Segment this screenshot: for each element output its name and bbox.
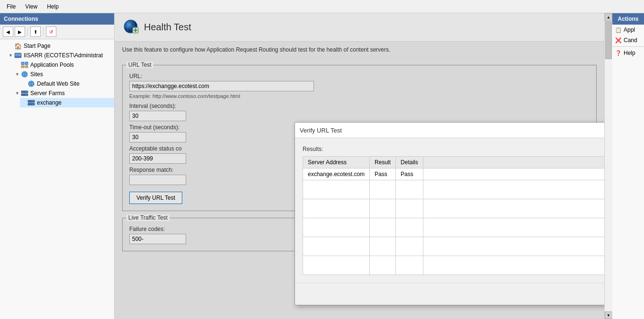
- cancel-icon: ❌: [615, 37, 622, 44]
- action-cancel[interactable]: ❌ Cand: [612, 35, 644, 45]
- col-details: Details: [396, 157, 423, 168]
- result-row: exchange.ecotest.com Pass Pass: [303, 168, 605, 180]
- svg-point-17: [26, 91, 27, 92]
- tree-item-default-web[interactable]: Default Web Site: [20, 79, 114, 89]
- sites-icon: [21, 71, 28, 78]
- expand-iisarr: ▼: [9, 53, 14, 58]
- exchange-label: exchange: [37, 99, 62, 106]
- tree-item-sites[interactable]: ▼ Sites: [13, 70, 114, 79]
- result-spacer: [423, 168, 604, 180]
- sites-label: Sites: [30, 71, 43, 78]
- start-page-label: Start Page: [24, 43, 51, 49]
- svg-point-22: [33, 104, 33, 104]
- action-cancel-label: Cand: [624, 37, 637, 44]
- empty-row: [303, 237, 605, 256]
- scroll-up-arrow[interactable]: ▲: [605, 13, 612, 21]
- empty-row: [303, 180, 605, 199]
- menubar: File View Help: [0, 0, 644, 13]
- svg-rect-16: [21, 94, 28, 96]
- modal-title: Verify URL Test: [300, 127, 342, 134]
- action-apply-label: Appl: [624, 27, 635, 33]
- modal-titlebar: Verify URL Test ? ✕: [295, 123, 604, 138]
- empty-row: [303, 256, 605, 275]
- actions-header: Actions: [612, 13, 644, 25]
- tree-item-app-pools[interactable]: Application Pools: [13, 60, 114, 70]
- forward-button[interactable]: ▶: [15, 27, 25, 37]
- svg-rect-5: [21, 62, 24, 65]
- tree-item-start-page[interactable]: 🏠 Start Page: [7, 41, 114, 51]
- menu-help[interactable]: Help: [43, 1, 63, 12]
- start-page-icon: 🏠: [14, 42, 22, 50]
- modal-body: Results: Server Address Result Details: [295, 138, 604, 283]
- tree-item-server-farms[interactable]: ▼ Server Farms: [13, 89, 114, 98]
- tree-item-exchange[interactable]: exchange: [20, 98, 114, 107]
- default-web-icon: [27, 80, 35, 88]
- result-result: Pass: [370, 168, 396, 180]
- actions-panel: Actions 📋 Appl ❌ Cand ❓ Help: [612, 13, 644, 319]
- scroll-track: [605, 21, 612, 311]
- action-help[interactable]: ❓ Help: [612, 48, 644, 58]
- svg-rect-7: [21, 66, 24, 68]
- svg-rect-15: [21, 91, 28, 93]
- svg-point-21: [33, 101, 33, 101]
- result-server: exchange.ecotest.com: [303, 168, 370, 180]
- app-pools-icon: [21, 61, 28, 69]
- vertical-scrollbar[interactable]: ▲ ▼: [604, 13, 612, 319]
- svg-rect-20: [28, 103, 35, 105]
- app-pools-label: Application Pools: [30, 62, 74, 68]
- apply-icon: 📋: [615, 27, 622, 33]
- col-server-address: Server Address: [303, 157, 370, 168]
- results-table: Server Address Result Details exchange.e…: [303, 156, 604, 275]
- connections-header: Connections: [0, 13, 114, 25]
- svg-point-4: [19, 55, 20, 56]
- menu-file[interactable]: File: [3, 1, 19, 12]
- left-toolbar: ◀ ▶ ⬆ ↺: [0, 25, 114, 39]
- tree-item-iisarr[interactable]: ▼ IISARR (ECOTEST\Administrat: [7, 51, 114, 60]
- svg-point-18: [26, 94, 27, 95]
- action-apply[interactable]: 📋 Appl: [612, 25, 644, 35]
- server-farms-icon: [21, 89, 28, 97]
- action-help-label: Help: [624, 50, 635, 56]
- empty-row: [303, 199, 605, 218]
- default-web-label: Default Web Site: [37, 80, 80, 87]
- results-label: Results:: [303, 146, 604, 152]
- svg-rect-8: [25, 66, 28, 68]
- exchange-icon: [27, 99, 35, 106]
- empty-row: [303, 218, 605, 237]
- up-button[interactable]: ⬆: [30, 27, 41, 37]
- scroll-thumb[interactable]: [605, 21, 612, 59]
- refresh-button[interactable]: ↺: [46, 27, 56, 37]
- iisarr-label: IISARR (ECOTEST\Administrat: [24, 52, 103, 59]
- col-spacer: [423, 157, 604, 168]
- modal-footer: Close: [295, 283, 604, 305]
- server-farms-label: Server Farms: [30, 90, 65, 97]
- scroll-down-arrow[interactable]: ▼: [605, 311, 612, 319]
- modal-overlay: Verify URL Test ? ✕ Results: Server Ad: [115, 13, 604, 319]
- col-result: Result: [370, 157, 396, 168]
- verify-modal: Verify URL Test ? ✕ Results: Server Ad: [295, 122, 604, 305]
- tree-view: 🏠 Start Page ▼ IISARR (ECOTEST\Administr…: [0, 39, 114, 319]
- server-icon: [14, 52, 22, 59]
- menu-view[interactable]: View: [21, 1, 41, 12]
- result-details: Pass: [396, 168, 423, 180]
- help-icon: ❓: [615, 50, 622, 56]
- back-button[interactable]: ◀: [3, 27, 13, 37]
- svg-rect-6: [25, 62, 28, 65]
- svg-rect-19: [28, 100, 35, 102]
- svg-point-3: [19, 54, 20, 55]
